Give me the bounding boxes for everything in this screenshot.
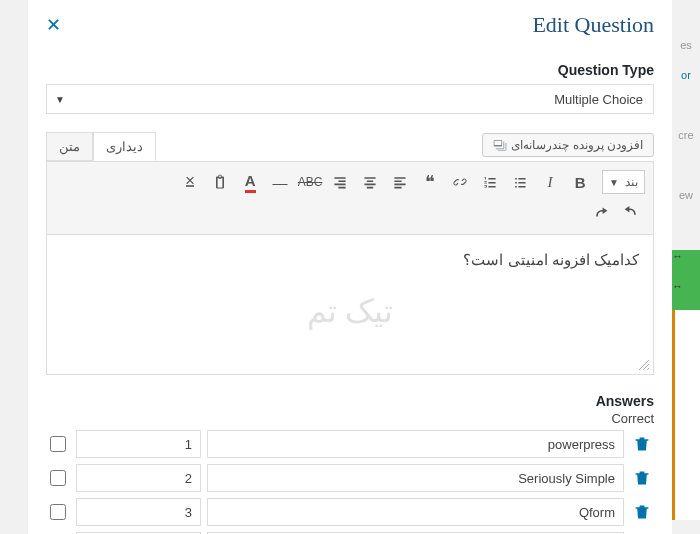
answers-label: Answers — [46, 393, 654, 409]
question-type-select[interactable]: ▼ Multiple Choice — [46, 84, 654, 114]
align-left-button[interactable] — [386, 168, 414, 196]
delete-answer-button[interactable] — [630, 500, 654, 524]
sidebar-band — [672, 400, 700, 430]
numbered-list-button[interactable] — [476, 168, 504, 196]
answer-text-input[interactable]: powerpress — [207, 430, 624, 458]
strikethrough-button[interactable]: ABC — [296, 168, 324, 196]
sidebar-band — [672, 460, 700, 490]
tab-visual[interactable]: دیداری — [93, 132, 156, 161]
modal-header: ✕ Edit Question — [46, 12, 654, 38]
answer-row: 2Seriously Simple — [46, 464, 654, 492]
frag-b: or — [672, 60, 700, 90]
tab-text[interactable]: متن — [46, 132, 93, 161]
format-select[interactable]: بند ▼ — [602, 170, 645, 194]
editor-tabs: متن دیداری — [46, 132, 156, 161]
clear-format-button[interactable] — [176, 168, 204, 196]
question-type-value: Multiple Choice — [554, 92, 653, 107]
sidebar-band — [672, 370, 700, 400]
background-strip: es or cre ew ↔ ↔ — [672, 0, 700, 534]
frag-c: cre — [672, 120, 700, 150]
sidebar-band — [672, 490, 700, 520]
answer-number[interactable]: 1 — [76, 430, 201, 458]
sidebar-band — [672, 430, 700, 460]
close-button[interactable]: ✕ — [46, 14, 61, 36]
undo-button[interactable] — [617, 200, 645, 228]
sidebar-band — [672, 310, 700, 340]
correct-checkbox[interactable] — [50, 504, 66, 520]
italic-button[interactable]: I — [536, 168, 564, 196]
answer-number[interactable]: 2 — [76, 464, 201, 492]
text-color-button[interactable]: A — [236, 168, 264, 196]
watermark: تیک تم — [307, 292, 394, 330]
question-text: کدامیک افزونه امنیتی است؟ — [463, 251, 639, 268]
delete-answer-button[interactable] — [630, 466, 654, 490]
align-right-button[interactable] — [326, 168, 354, 196]
modal-title: Edit Question — [532, 12, 654, 38]
blockquote-button[interactable]: ❝ — [416, 168, 444, 196]
redo-button[interactable] — [587, 200, 615, 228]
resize-handle[interactable] — [637, 358, 651, 372]
paste-button[interactable] — [206, 168, 234, 196]
answer-row: 1powerpress — [46, 430, 654, 458]
delete-answer-button[interactable] — [630, 432, 654, 456]
edit-question-modal: ✕ Edit Question Question Type ▼ Multiple… — [28, 0, 672, 534]
correct-checkbox[interactable] — [50, 470, 66, 486]
chevron-down-icon: ▼ — [55, 94, 65, 105]
sidebar-band: ↔ — [672, 280, 700, 310]
add-media-button[interactable]: افزودن پرونده چندرسانه‌ای — [482, 133, 654, 157]
answer-text-input[interactable]: Seriously Simple — [207, 464, 624, 492]
bullet-list-button[interactable] — [506, 168, 534, 196]
link-button[interactable] — [446, 168, 474, 196]
format-label: بند — [625, 175, 638, 189]
add-media-label: افزودن پرونده چندرسانه‌ای — [511, 138, 643, 152]
question-type-label: Question Type — [46, 62, 654, 78]
chevron-down-icon: ▼ — [609, 177, 619, 188]
align-center-button[interactable] — [356, 168, 384, 196]
answers-list: 1powerpress2Seriously Simple3Qform4Wordf… — [46, 430, 654, 534]
editor-toolbar: بند ▼ B I ❝ ABC — A — [46, 161, 654, 235]
answers-header: Answers Correct — [46, 393, 654, 426]
frag-d: ew — [672, 180, 700, 210]
media-icon — [493, 138, 507, 152]
sidebar-band — [672, 340, 700, 370]
answer-number[interactable]: 3 — [76, 498, 201, 526]
answer-row: 3Qform — [46, 498, 654, 526]
correct-checkbox[interactable] — [50, 436, 66, 452]
sidebar-band: ↔ — [672, 250, 700, 280]
horizontal-rule-button[interactable]: — — [266, 168, 294, 196]
editor-header-row: متن دیداری افزودن پرونده چندرسانه‌ای — [46, 132, 654, 161]
correct-label: Correct — [46, 411, 654, 426]
editor-content[interactable]: کدامیک افزونه امنیتی است؟ تیک تم — [46, 235, 654, 375]
answer-text-input[interactable]: Qform — [207, 498, 624, 526]
bold-button[interactable]: B — [566, 168, 594, 196]
frag-a: es — [672, 30, 700, 60]
